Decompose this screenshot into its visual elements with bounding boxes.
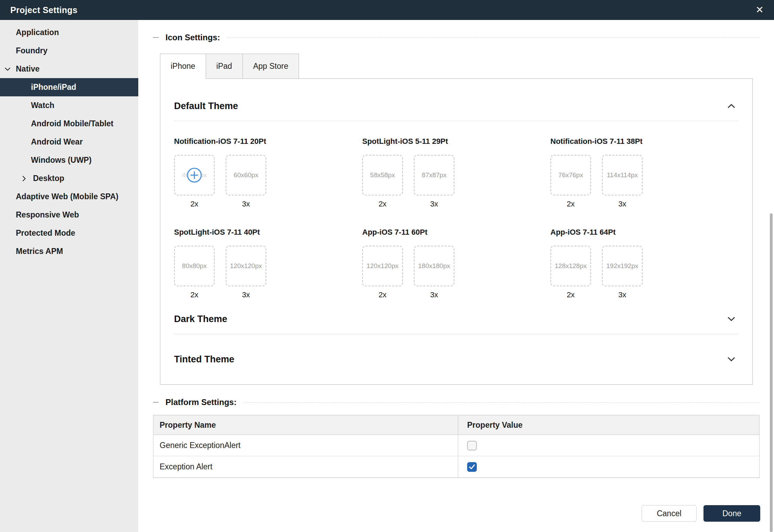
section-header-dark-theme[interactable]: Dark Theme: [174, 313, 739, 325]
tab-ipad[interactable]: iPad: [206, 54, 243, 79]
sidebar-item-metrics-apm[interactable]: Metrics APM: [0, 242, 138, 260]
icon-slots: 128x128px2x192x192px3x: [550, 246, 739, 299]
section-title: Default Theme: [174, 101, 238, 111]
icon-scale-label: 3x: [602, 200, 643, 209]
sidebar-item-watch[interactable]: Watch: [0, 96, 138, 115]
sidebar-item-label: Responsive Web: [16, 210, 79, 219]
done-button[interactable]: Done: [703, 505, 760, 522]
icon-size-label: 180x180px: [418, 262, 450, 270]
icon-group-title: Notification-iOS 7-11 38Pt: [550, 137, 739, 146]
icon-slots: 76x76px2x114x114px3x: [550, 155, 739, 209]
sidebar-item-label: iPhone/iPad: [31, 83, 76, 92]
icon-drop-zone[interactable]: 180x180px: [414, 246, 454, 286]
icon-slot: 128x128px2x: [550, 246, 591, 299]
icon-scale-label: 2x: [174, 290, 215, 299]
project-settings-window: Project Settings ✕ ApplicationFoundryNat…: [0, 0, 774, 532]
icon-drop-zone[interactable]: 128x128px: [550, 246, 591, 286]
icon-scale-label: 2x: [362, 290, 403, 299]
vertical-scrollbar-thumb[interactable]: [770, 213, 773, 532]
icon-drop-zone[interactable]: 120x120px: [362, 246, 403, 286]
section-header-tinted-theme[interactable]: Tinted Theme: [174, 353, 739, 365]
icon-slots: 40x40px2x60x60px3x: [174, 155, 362, 209]
platform-settings-header-row: Platform Settings:: [153, 397, 760, 407]
icon-slot: 87x87px3x: [414, 155, 454, 209]
icon-groups-grid: Notification-iOS 7-11 20Pt40x40px2x60x60…: [174, 137, 739, 299]
chevron-up-icon[interactable]: [724, 100, 739, 112]
icon-drop-zone[interactable]: 58x58px: [362, 155, 403, 195]
icon-drop-zone[interactable]: 192x192px: [602, 246, 643, 286]
icon-size-label: 192x192px: [606, 262, 638, 270]
icon-slot: 60x60px3x: [226, 155, 266, 209]
sidebar: ApplicationFoundryNativeiPhone/iPadWatch…: [0, 20, 138, 532]
dash-decoration: [153, 37, 159, 38]
section-header-default-theme[interactable]: Default Theme: [174, 100, 739, 112]
icon-drop-zone[interactable]: 40x40px: [174, 155, 215, 195]
icon-slot: 58x58px2x: [362, 155, 403, 209]
icon-drop-zone[interactable]: 120x120px: [226, 246, 266, 286]
icon-slot: 114x114px3x: [602, 155, 643, 209]
property-name-cell: Exception Alert: [153, 456, 458, 477]
sidebar-item-label: Watch: [31, 101, 54, 110]
icon-drop-zone[interactable]: 60x60px: [226, 155, 266, 195]
close-icon[interactable]: ✕: [756, 5, 764, 15]
sidebar-item-protected-mode[interactable]: Protected Mode: [0, 224, 138, 242]
sidebar-item-responsive-web[interactable]: Responsive Web: [0, 206, 138, 224]
tab-iphone[interactable]: iPhone: [160, 54, 206, 79]
icon-drop-zone[interactable]: 114x114px: [602, 155, 643, 195]
icon-size-label: 120x120px: [367, 262, 399, 270]
icon-size-label: 120x120px: [230, 262, 262, 270]
icon-scale-label: 3x: [414, 200, 454, 209]
sidebar-item-adaptive-web-mobile-spa[interactable]: Adaptive Web (Mobile SPA): [0, 188, 138, 206]
dialog-footer: Cancel Done: [138, 495, 774, 532]
icon-group-title: SpotLight-iOS 5-11 29Pt: [362, 137, 550, 146]
icon-slots: 80x80px2x120x120px3x: [174, 246, 362, 299]
column-header-property-name: Property Name: [153, 415, 458, 435]
horizontal-rule: [227, 38, 760, 38]
icon-group-title: App-iOS 7-11 60Pt: [362, 228, 550, 237]
icon-group-app-ios-7-11-64pt: App-iOS 7-11 64Pt128x128px2x192x192px3x: [550, 228, 739, 299]
icon-group-notification-ios-7-11-38pt: Notification-iOS 7-11 38Pt76x76px2x114x1…: [550, 137, 739, 209]
chevron-right-icon: [21, 175, 28, 182]
dash-decoration: [153, 402, 159, 403]
sidebar-item-iphone-ipad[interactable]: iPhone/iPad: [0, 78, 138, 96]
sidebar-item-desktop[interactable]: Desktop: [0, 169, 138, 188]
icon-size-label: 87x87px: [422, 171, 447, 179]
chevron-down-icon[interactable]: [724, 353, 739, 365]
icon-size-label: 114x114px: [607, 171, 638, 179]
section-divider: [174, 121, 739, 121]
icon-settings-label: Icon Settings:: [165, 33, 220, 42]
icon-settings-header-row: Icon Settings:: [153, 32, 760, 43]
icon-group-spotlight-ios-5-11-29pt: SpotLight-iOS 5-11 29Pt58x58px2x87x87px3…: [362, 137, 550, 209]
icon-size-label: 128x128px: [555, 262, 587, 270]
tab-app-store[interactable]: App Store: [243, 54, 299, 79]
icon-settings-panel: Default ThemeNotification-iOS 7-11 20Pt4…: [160, 78, 753, 385]
icon-scale-label: 2x: [362, 200, 403, 209]
icon-slot: 180x180px3x: [414, 246, 454, 299]
icon-slot: 120x120px3x: [226, 246, 266, 299]
sidebar-item-foundry[interactable]: Foundry: [0, 42, 138, 60]
sidebar-item-windows-uwp[interactable]: Windows (UWP): [0, 151, 138, 169]
icon-group-spotlight-ios-7-11-40pt: SpotLight-iOS 7-11 40Pt80x80px2x120x120p…: [174, 228, 362, 299]
checkbox-unchecked[interactable]: [467, 441, 477, 450]
sidebar-item-label: Protected Mode: [16, 228, 75, 237]
icon-slots: 120x120px2x180x180px3x: [362, 246, 550, 299]
add-icon[interactable]: [186, 167, 203, 183]
platform-settings-table: Property NameProperty Value Generic Exce…: [153, 415, 760, 478]
cancel-button[interactable]: Cancel: [642, 505, 697, 522]
section-title: Tinted Theme: [174, 354, 234, 365]
section-title: Dark Theme: [174, 314, 227, 324]
sidebar-item-android-wear[interactable]: Android Wear: [0, 133, 138, 151]
chevron-down-icon: [4, 66, 11, 73]
chevron-down-icon[interactable]: [724, 313, 739, 325]
icon-drop-zone[interactable]: 80x80px: [174, 246, 215, 286]
table-row-exception-alert: Exception Alert: [153, 456, 759, 478]
property-name-cell: Generic ExceptionAlert: [153, 435, 458, 456]
icon-drop-zone[interactable]: 87x87px: [414, 155, 454, 195]
sidebar-item-native[interactable]: Native: [0, 60, 138, 78]
sidebar-item-android-mobile-tablet[interactable]: Android Mobile/Tablet: [0, 115, 138, 133]
icon-scale-label: 2x: [550, 290, 591, 299]
checkbox-checked[interactable]: [467, 462, 477, 472]
icon-drop-zone[interactable]: 76x76px: [550, 155, 591, 195]
table-header-row: Property NameProperty Value: [153, 415, 759, 435]
sidebar-item-application[interactable]: Application: [0, 23, 138, 42]
